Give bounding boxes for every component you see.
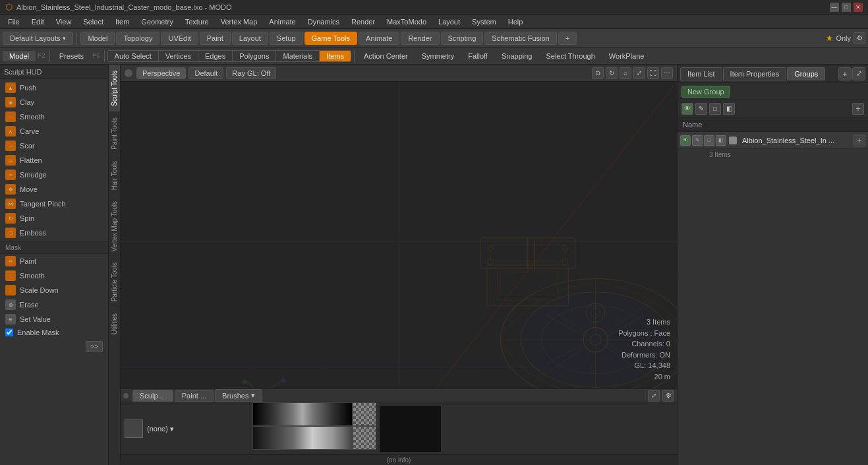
menu-geometry[interactable]: Geometry [136, 16, 178, 27]
render-icon-btn[interactable]: □ [709, 103, 721, 115]
tool-spin[interactable]: ↻ Spin [0, 211, 108, 226]
menu-edit[interactable]: Edit [26, 16, 49, 27]
group-render-icon[interactable]: □ [704, 135, 714, 146]
menu-layout[interactable]: Layout [433, 16, 465, 27]
auto-select-btn[interactable]: Auto Select [108, 51, 159, 61]
tab-add[interactable]: + [558, 32, 577, 45]
side-tab-vertex-map-tools[interactable]: Vertex Map Tools [109, 195, 120, 257]
side-tab-particle-tools[interactable]: Particle Tools [109, 257, 120, 307]
group-row[interactable]: 👁 ✎ □ ◧ Albion_Stainless_Steel_In ... + [678, 132, 868, 149]
viewport-settings-icon[interactable]: ⊙ [592, 67, 604, 79]
minimize-button[interactable]: — [830, 3, 839, 12]
mask-paint[interactable]: ✏ Paint [0, 254, 108, 268]
menu-select[interactable]: Select [78, 16, 109, 27]
menu-animate[interactable]: Animate [264, 16, 301, 27]
edit-icon-btn[interactable]: ✎ [695, 103, 707, 115]
group-eye-icon[interactable]: 👁 [680, 135, 691, 146]
brush-checker-1[interactable] [353, 402, 376, 426]
viewport-rotate-icon[interactable]: ↻ [606, 67, 618, 79]
tab-setup[interactable]: Setup [270, 32, 303, 45]
side-tab-sculpt-tools[interactable]: Sculpt Tools [109, 65, 120, 111]
side-tab-hair-tools[interactable]: Hair Tools [109, 155, 120, 195]
tab-sculpt[interactable]: Sculp ... [132, 390, 173, 402]
vertices-btn[interactable]: Vertices [159, 51, 198, 61]
settings-bottom-icon[interactable]: ⚙ [662, 390, 674, 402]
tab-layout[interactable]: Layout [232, 32, 268, 45]
menu-help[interactable]: Help [503, 16, 529, 27]
menu-render[interactable]: Render [346, 16, 380, 27]
mask-scale-down[interactable]: ↓ Scale Down [0, 283, 108, 297]
bottom-corner-btn[interactable] [123, 393, 129, 398]
viewport-search-icon[interactable]: ⌕ [620, 67, 631, 79]
menu-item[interactable]: Item [110, 16, 134, 27]
tab-paint[interactable]: Paint ... [175, 390, 214, 402]
snapping-btn[interactable]: Snapping [495, 51, 539, 61]
group-alpha-icon[interactable]: ◧ [716, 135, 726, 146]
tool-push[interactable]: ▲ Push [0, 80, 108, 95]
menu-vertex-map[interactable]: Vertex Map [216, 16, 263, 27]
alpha-icon-btn[interactable]: ◧ [723, 103, 735, 115]
raygl-btn[interactable]: Ray GL: Off [226, 67, 276, 79]
tab-animate[interactable]: Animate [359, 32, 399, 45]
add-to-group-btn[interactable]: + [854, 135, 865, 146]
mask-set-value[interactable]: ≡ Set Value [0, 312, 108, 326]
tab-schematic[interactable]: Schematic Fusion [484, 32, 556, 45]
mask-erase[interactable]: ⊗ Erase [0, 297, 108, 312]
menu-view[interactable]: View [51, 16, 77, 27]
brush-gradient-2[interactable] [252, 426, 353, 450]
tool-scar[interactable]: ∼ Scar [0, 139, 108, 153]
viewport-corner-btn[interactable] [125, 69, 132, 77]
window-controls[interactable]: — □ ✕ [830, 3, 863, 12]
polygons-btn[interactable]: Polygons [233, 51, 276, 61]
menu-dynamics[interactable]: Dynamics [303, 16, 345, 27]
tool-clay[interactable]: ◈ Clay [0, 95, 108, 109]
tab-item-properties[interactable]: Item Properties [723, 67, 787, 80]
maximize-button[interactable]: □ [842, 3, 851, 12]
menu-file[interactable]: File [3, 16, 25, 27]
viewport-more-icon[interactable]: ⋯ [661, 67, 673, 79]
workplane-btn[interactable]: WorkPlane [602, 51, 651, 61]
shading-default-btn[interactable]: Default [188, 67, 223, 79]
eye-icon-btn[interactable]: 👁 [681, 103, 693, 115]
tool-flatten[interactable]: ═ Flatten [0, 153, 108, 168]
brush-none-label[interactable]: (none) ▾ [147, 425, 248, 433]
camera-perspective-btn[interactable]: Perspective [136, 67, 186, 79]
tab-scripting[interactable]: Scripting [441, 32, 484, 45]
tool-tangent-pinch[interactable]: ⋈ Tangent Pinch [0, 197, 108, 211]
tab-paint[interactable]: Paint [200, 32, 231, 45]
group-edit-icon[interactable]: ✎ [692, 135, 703, 146]
default-layouts-dropdown[interactable]: Default Layouts [3, 32, 73, 45]
settings-icon[interactable]: ⚙ [854, 32, 865, 44]
new-group-btn[interactable]: New Group [681, 86, 730, 98]
tab-render[interactable]: Render [401, 32, 439, 45]
brush-gradient-1[interactable] [252, 402, 353, 426]
tool-smudge[interactable]: ≈ Smudge [0, 168, 108, 182]
expand-panel-btn[interactable]: ⤢ [852, 67, 865, 80]
tool-smooth[interactable]: ~ Smooth [0, 109, 108, 124]
close-button[interactable]: ✕ [854, 3, 863, 12]
menu-maxtomode[interactable]: MaxToModo [382, 16, 432, 27]
materials-btn[interactable]: Materials [276, 51, 320, 61]
viewport-fullscreen-icon[interactable]: ⛶ [647, 67, 659, 79]
tab-game-tools[interactable]: Game Tools [304, 32, 358, 45]
tool-emboss[interactable]: ⬡ Emboss [0, 226, 108, 240]
enable-mask-checkbox[interactable]: Enable Mask [0, 326, 108, 338]
tab-uvedit[interactable]: UVEdit [161, 32, 198, 45]
expand-tools-btn[interactable]: >> [86, 341, 103, 352]
mode-model[interactable]: Model [3, 51, 36, 61]
side-tab-paint-tools[interactable]: Paint Tools [109, 111, 120, 155]
viewport-canvas[interactable]: 3 Items Polygons : Face Channels: 0 Defo… [121, 82, 677, 388]
menu-system[interactable]: System [467, 16, 502, 27]
edges-btn[interactable]: Edges [198, 51, 233, 61]
tool-move[interactable]: ✥ Move [0, 182, 108, 197]
action-center-btn[interactable]: Action Center [357, 51, 415, 61]
falloff-btn[interactable]: Falloff [461, 51, 494, 61]
tab-groups[interactable]: Groups [787, 67, 825, 80]
tab-model[interactable]: Model [80, 32, 115, 45]
add-group-item-btn[interactable]: + [852, 103, 864, 115]
tool-carve[interactable]: ∧ Carve [0, 124, 108, 139]
items-btn[interactable]: Items [320, 51, 351, 61]
select-through-btn[interactable]: Select Through [539, 51, 601, 61]
side-tab-utilities[interactable]: Utilities [109, 307, 120, 340]
tab-brushes[interactable]: Brushes ▾ [215, 389, 262, 402]
